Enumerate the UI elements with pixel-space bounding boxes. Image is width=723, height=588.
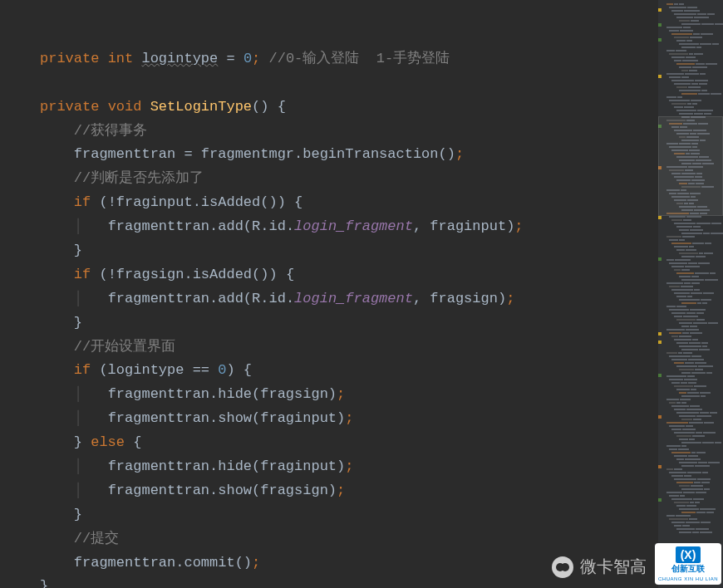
method-call: add( (218, 291, 252, 306)
identifier: fragmenttran (108, 218, 209, 234)
minimap-gutter (658, 0, 662, 588)
open: (logintype == (91, 362, 218, 378)
resource-id: login_fragment (294, 291, 413, 306)
brace: } (74, 434, 91, 450)
identifier: fragmenttran (108, 410, 209, 426)
wechat-watermark: 微卡智高 (552, 556, 647, 578)
eq: = (218, 51, 243, 66)
indent-guide: │ (74, 483, 108, 498)
corner-logo: (X) 创新互联 CHUANG XIN HU LIAN (655, 543, 721, 585)
close: ) { (226, 362, 252, 378)
keyword-private: private (40, 99, 99, 115)
line-comment: //获得事务 (74, 123, 147, 139)
keyword-int: int (108, 51, 134, 66)
identifier: R (252, 218, 260, 234)
brace-close: } (40, 578, 48, 588)
identifier: fragmenttran (108, 291, 209, 306)
comma: , (413, 291, 430, 306)
brace-close: } (74, 243, 82, 258)
indent-guide: │ (74, 458, 108, 474)
close: ) { (268, 267, 294, 282)
dot: . (260, 291, 268, 306)
indent-guide: │ (74, 291, 108, 306)
indent-guide: │ (74, 386, 108, 402)
corner-logo-main: 创新互联 (671, 563, 705, 575)
method-call: commit() (184, 555, 252, 571)
identifier: fragmenttran (108, 458, 209, 474)
semicolon: ; (337, 483, 345, 498)
dot: . (175, 555, 184, 571)
line-comment: //开始设置界面 (74, 339, 175, 355)
keyword-private: private (40, 51, 99, 66)
dot: . (209, 291, 218, 306)
arg: fragsign) (430, 291, 506, 306)
dot: . (286, 218, 294, 234)
dot: . (184, 267, 192, 282)
watermark-text: 微卡智高 (580, 556, 647, 578)
open: ( (91, 267, 107, 282)
dot: . (209, 458, 218, 474)
parens: () (252, 99, 268, 115)
keyword-if: if (74, 267, 91, 282)
semicolon: ; (506, 291, 514, 306)
resource-id: login_fragment (294, 218, 413, 234)
line-comment: //0-输入登陆 1-手势登陆 (260, 51, 450, 66)
semicolon: ; (345, 410, 353, 426)
comma: , (413, 218, 430, 234)
dot: . (209, 410, 218, 426)
semicolon: ; (514, 218, 523, 234)
open: { (125, 434, 141, 450)
identifier: fragmenttran (108, 483, 209, 498)
line-comment: //提交 (74, 531, 119, 546)
corner-logo-badge: (X) (676, 546, 701, 563)
dot: . (209, 218, 218, 234)
dot: . (193, 194, 201, 210)
keyword-if: if (74, 194, 91, 210)
neg: ! (108, 194, 116, 210)
minimap[interactable] (658, 0, 723, 588)
identifier: fragsign (116, 267, 184, 282)
minimap-viewport[interactable] (658, 116, 723, 216)
brace-close: } (74, 507, 82, 522)
dot: . (209, 386, 218, 402)
identifier: id (268, 218, 285, 234)
method-call: show(fraginput) (218, 410, 345, 426)
keyword-void: void (108, 99, 142, 115)
semicolon: ; (455, 146, 464, 162)
wechat-icon (552, 556, 573, 578)
identifier: fragmenttran = fragmentmgr (74, 146, 294, 162)
semicolon: ; (252, 555, 260, 571)
line-comment: //判断是否先添加了 (74, 170, 204, 186)
method-call: hide(fragsign) (218, 386, 337, 402)
dot: . (286, 291, 294, 306)
neg: ! (108, 267, 116, 282)
dot: . (260, 218, 268, 234)
close: ) { (278, 194, 303, 210)
keyword-if: if (74, 362, 91, 378)
arg: fraginput) (430, 218, 514, 234)
dot: . (209, 483, 218, 498)
method-call: hide(fraginput) (218, 458, 345, 474)
semicolon: ; (337, 386, 345, 402)
number-literal: 0 (218, 362, 226, 378)
code-editor[interactable]: private int logintype = 0; //0-输入登陆 1-手势… (0, 0, 723, 588)
dot: . (294, 146, 302, 162)
corner-logo-sub: CHUANG XIN HU LIAN (658, 576, 718, 581)
identifier: fragmenttran (74, 555, 175, 571)
indent-guide: │ (74, 218, 108, 234)
keyword-else: else (91, 434, 125, 450)
number-literal: 0 (243, 51, 252, 66)
brace-close: } (74, 315, 82, 331)
identifier: fragmenttran (108, 386, 209, 402)
variable-logintype: logintype (141, 51, 218, 66)
open: ( (91, 194, 107, 210)
method-call: show(fragsign) (218, 483, 337, 498)
method-call: isAdded() (193, 267, 269, 282)
semicolon: ; (252, 51, 260, 66)
identifier: R (252, 291, 260, 306)
method-name: SetLoginType (150, 99, 252, 115)
method-call: add( (218, 218, 252, 234)
method-call: beginTransaction() (302, 146, 455, 162)
semicolon: ; (345, 458, 353, 474)
identifier: fraginput (116, 194, 193, 210)
